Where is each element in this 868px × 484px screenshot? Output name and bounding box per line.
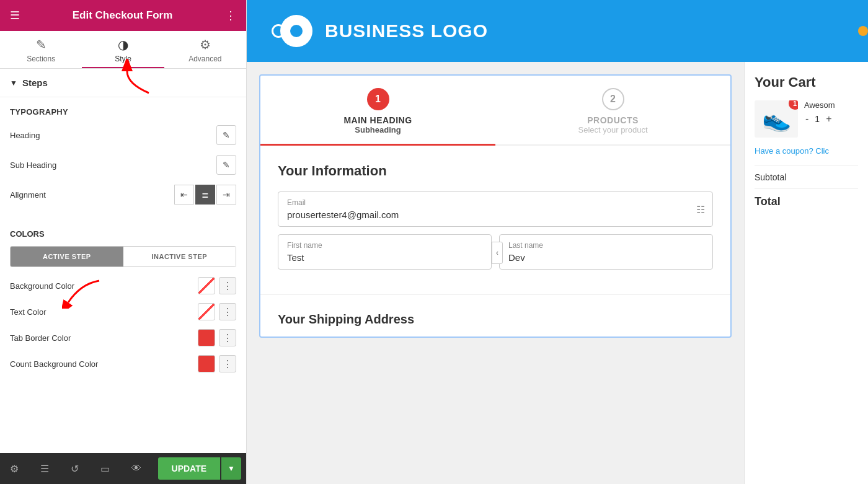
subtotal-row: Subtotal: [755, 172, 858, 182]
tab-border-color-controls: ⋮: [198, 329, 236, 346]
coupon-link[interactable]: Have a coupon? Clic: [755, 146, 858, 156]
steps-section-header[interactable]: ▼ Steps: [0, 69, 246, 97]
checkout-container: 1 MAIN HEADING Subheading 2 PRODUCTS Sel…: [259, 74, 732, 338]
logo-inner: [290, 25, 303, 37]
step1-subheading: Subheading: [355, 125, 401, 134]
form-section: Your Information Email prousertester4@gm…: [260, 146, 730, 295]
lastname-value: Dev: [508, 252, 704, 263]
heading-edit-button[interactable]: ✎: [216, 125, 236, 145]
tab-advanced[interactable]: ⚙ Advanced: [164, 31, 246, 68]
qty-value: 1: [815, 114, 820, 124]
align-center-button[interactable]: ≣: [195, 185, 215, 205]
update-button[interactable]: UPDATE: [158, 457, 221, 480]
checkout-tabs: 1 MAIN HEADING Subheading 2 PRODUCTS Sel…: [260, 76, 730, 146]
shipping-section: Your Shipping Address: [260, 295, 730, 337]
header-accent-dot: [858, 26, 868, 36]
settings-footer-icon[interactable]: ⚙: [5, 458, 24, 480]
content-area: ‹ 1 MAIN HEADING Subheading 2 PRODUCTS S…: [247, 62, 744, 484]
tab-sections[interactable]: ✎ Sections: [0, 31, 82, 68]
panel-tabs: ✎ Sections ◑ Style ⚙ Advanced: [0, 31, 246, 69]
history-footer-icon[interactable]: ↺: [66, 458, 84, 480]
tab-border-color-stack[interactable]: ⋮: [219, 329, 236, 346]
qty-control: - 1 +: [804, 113, 858, 125]
text-color-row: Text Color ⋮: [10, 303, 236, 320]
steps-title: Steps: [22, 77, 48, 88]
panel-body: ▼ Steps Typography Heading ✎ Sub Heading…: [0, 69, 246, 453]
text-color-stack[interactable]: ⋮: [219, 303, 236, 320]
cart-divider: [755, 165, 858, 166]
tab-border-color-swatch[interactable]: [198, 329, 215, 346]
page-body: ‹ 1 MAIN HEADING Subheading 2 PRODUCTS S…: [247, 62, 868, 484]
tab-style-label: Style: [115, 55, 131, 63]
grid-icon[interactable]: ⋮: [225, 9, 236, 22]
cart-item-name: Awesom: [804, 100, 858, 110]
shipping-title: Your Shipping Address: [278, 312, 713, 327]
collapse-button[interactable]: ‹: [492, 242, 503, 264]
email-field-icon: ☷: [696, 203, 705, 215]
responsive-footer-icon[interactable]: ▭: [95, 458, 115, 480]
step1-heading: MAIN HEADING: [343, 115, 412, 125]
align-right-button[interactable]: ⇥: [216, 185, 236, 205]
footer-action-group: UPDATE ▼: [158, 457, 241, 480]
firstname-value: Test: [287, 252, 482, 263]
count-bg-color-label: Count Background Color: [10, 359, 98, 369]
subheading-edit-button[interactable]: ✎: [216, 155, 236, 175]
text-color-controls: ⋮: [198, 303, 236, 320]
subheading-row: Sub Heading ✎: [10, 155, 236, 175]
tab-sections-label: Sections: [27, 55, 55, 63]
advanced-icon: ⚙: [200, 37, 211, 52]
align-left-button[interactable]: ⇤: [174, 185, 194, 205]
main-content: BUSINESS LOGO ‹ 1 MAIN HEADING Subheadin…: [247, 0, 868, 484]
sections-icon: ✎: [36, 37, 46, 52]
heading-label: Heading: [10, 131, 40, 140]
tab-style[interactable]: ◑ Style: [82, 31, 164, 68]
alignment-row: Alignment ⇤ ≣ ⇥: [10, 185, 236, 205]
firstname-label: First name: [287, 241, 482, 250]
email-field[interactable]: Email prousertester4@gmail.com ☷: [278, 191, 713, 227]
count-bg-color-stack[interactable]: ⋮: [219, 355, 236, 372]
heading-row: Heading ✎: [10, 125, 236, 145]
typography-title: Typography: [10, 107, 236, 117]
cart-sidebar: Your Cart 👟 1 Awesom - 1 + Have a coupon…: [744, 62, 868, 484]
step2-subheading: Select your product: [578, 125, 647, 134]
update-dropdown-button[interactable]: ▼: [221, 457, 241, 480]
lastname-label: Last name: [508, 241, 704, 250]
cart-item-shoe-icon: 👟: [762, 105, 791, 133]
preview-footer-icon[interactable]: 👁: [126, 458, 146, 479]
panel-header: ☰ Edit Checkout Form ⋮: [0, 0, 246, 31]
active-step-button[interactable]: ACTIVE STEP: [11, 247, 123, 266]
colors-title: Colors: [10, 229, 236, 239]
background-color-label: Background Color: [10, 281, 74, 291]
firstname-field[interactable]: First name Test: [278, 234, 492, 270]
background-color-transparent[interactable]: [198, 277, 215, 294]
checkout-tab-1[interactable]: 1 MAIN HEADING Subheading: [260, 76, 495, 144]
text-color-label: Text Color: [10, 307, 46, 317]
step2-number: 2: [602, 88, 624, 110]
total-label: Total: [755, 195, 781, 208]
background-color-controls: ⋮: [198, 277, 236, 294]
text-color-transparent[interactable]: [198, 303, 215, 320]
cart-title: Your Cart: [755, 74, 858, 90]
count-bg-color-row: Count Background Color ⋮: [10, 355, 236, 372]
cart-item: 👟 1 Awesom - 1 +: [755, 100, 858, 138]
cart-item-image: 👟 1: [755, 100, 798, 138]
left-panel: ☰ Edit Checkout Form ⋮ ✎ Sections ◑ Styl…: [0, 0, 247, 484]
qty-plus-button[interactable]: +: [825, 113, 833, 125]
layers-footer-icon[interactable]: ☰: [35, 458, 54, 480]
cart-divider-2: [755, 188, 858, 189]
step2-heading: PRODUCTS: [587, 115, 639, 125]
main-header: BUSINESS LOGO: [247, 0, 868, 62]
total-row: Total: [755, 195, 858, 208]
cart-item-info: Awesom - 1 +: [804, 100, 858, 125]
typography-group: Typography Heading ✎ Sub Heading ✎ Align…: [0, 97, 246, 219]
inactive-step-button[interactable]: INACTIVE STEP: [123, 247, 236, 266]
tab-advanced-label: Advanced: [188, 55, 221, 63]
colors-section: Colors ACTIVE STEP INACTIVE STEP Backgro…: [0, 219, 246, 391]
checkout-tab-2[interactable]: 2 PRODUCTS Select your product: [495, 76, 730, 144]
lastname-field[interactable]: Last name Dev: [499, 234, 713, 270]
alignment-label: Alignment: [10, 190, 46, 200]
qty-minus-button[interactable]: -: [804, 113, 810, 125]
background-color-stack[interactable]: ⋮: [219, 277, 236, 294]
count-bg-color-swatch[interactable]: [198, 355, 215, 372]
hamburger-icon[interactable]: ☰: [10, 9, 20, 22]
